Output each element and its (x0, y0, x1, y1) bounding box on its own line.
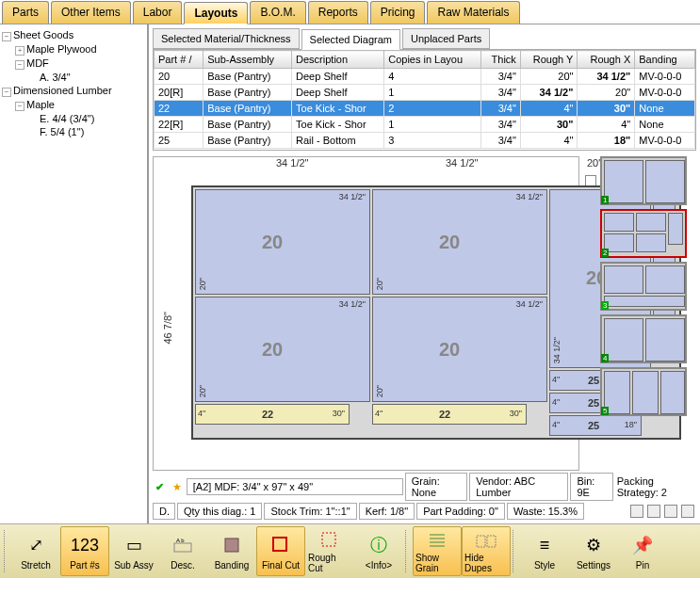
qty-info: Qty this diag.: 1 (177, 503, 262, 520)
favorite-icon[interactable]: ★ (170, 478, 185, 495)
style-icon: ≡ (531, 532, 558, 558)
bottom-toolbar: ⤢Stretch 123Part #s ▭Sub Assy A bDesc. B… (0, 523, 700, 578)
parts-grid[interactable]: Part # /Sub-AssemblyDescription Copies i… (153, 49, 696, 151)
banding-button[interactable]: Banding (207, 526, 256, 576)
final-cut-button[interactable]: Final Cut (256, 526, 305, 576)
roughcut-icon (317, 529, 343, 551)
tree-dim-lumber[interactable]: −Dimensioned Lumber (2, 84, 145, 98)
subassy-icon: ▭ (121, 532, 147, 558)
svg-text:A b: A b (176, 538, 185, 543)
thumb-4[interactable]: 4 (585, 314, 696, 363)
tab-raw-materials[interactable]: Raw Materials (427, 1, 519, 24)
svg-rect-2 (225, 539, 238, 552)
info-button[interactable]: ⓘ<Info> (354, 526, 403, 576)
thumb-5[interactable]: 5 (585, 367, 696, 416)
pack-option-3[interactable] (664, 505, 677, 518)
pin-button[interactable]: 📌Pin (618, 526, 667, 576)
table-row[interactable]: 22[R]Base (Pantry)Toe Kick - Shor13/4"30… (155, 117, 695, 133)
tree-label: A. 3/4" (40, 72, 71, 83)
tab-pricing[interactable]: Pricing (370, 1, 426, 24)
info-icon: ⓘ (366, 532, 392, 558)
tab-parts[interactable]: Parts (2, 1, 49, 24)
part-22[interactable]: 4" 22 30" (195, 404, 350, 425)
stretch-icon: ⤢ (23, 532, 49, 558)
stock-trim-info: Stock Trim: 1"::1" (264, 503, 356, 520)
layout-diagram[interactable]: 34 1/2" 34 1/2" 20" 4" 46 7/8" 20 34 1/2… (153, 156, 579, 471)
pack-option-4[interactable] (681, 505, 694, 518)
table-row[interactable]: 22Base (Pantry)Toe Kick - Shor23/4"4"30"… (155, 101, 695, 117)
tab-bom[interactable]: B.O.M. (250, 1, 305, 24)
kerf-info: Kerf: 1/8" (359, 503, 415, 520)
svg-rect-3 (273, 538, 286, 551)
tree-maple[interactable]: −Maple (2, 98, 145, 112)
thumb-3[interactable]: 3 (585, 262, 696, 311)
finalcut-icon (268, 532, 294, 558)
tab-layouts[interactable]: Layouts (184, 2, 248, 24)
gear-icon: ⚙ (580, 532, 607, 558)
tree-label: F. 5/4 (1") (40, 126, 84, 137)
tree-maple-f[interactable]: F. 5/4 (1") (2, 125, 145, 138)
table-row[interactable]: 20Base (Pantry)Deep Shelf43/4"20"34 1/2"… (155, 69, 695, 85)
banding-icon (219, 532, 245, 558)
tab-selected-material[interactable]: Selected Material/Thickness (153, 28, 300, 49)
hide-dupes-button[interactable]: Hide Dupes (462, 526, 511, 576)
status-ok-icon: ✔ (153, 478, 168, 495)
tab-labor[interactable]: Labor (133, 1, 183, 24)
tree-label: Sheet Goods (13, 29, 73, 40)
material-tree: −Sheet Goods +Maple Plywood −MDF A. 3/4"… (0, 24, 149, 523)
style-button[interactable]: ≡Style (520, 526, 569, 576)
part-20[interactable]: 20 34 1/2" 20" (195, 297, 370, 402)
ruler-horizontal: 34 1/2" 34 1/2" 20" 4" (201, 157, 560, 180)
svg-rect-4 (322, 533, 335, 546)
tree-maple-e[interactable]: E. 4/4 (3/4") (2, 112, 145, 125)
tree-sheet-goods[interactable]: −Sheet Goods (2, 28, 145, 42)
grid-header[interactable]: Part # /Sub-AssemblyDescription Copies i… (155, 51, 695, 69)
part-25[interactable]: 4" 25 18" (549, 415, 642, 436)
sheet-info: [A2] MDF: 3/4" x 97" x 49" (187, 478, 403, 495)
tree-label: Maple Plywood (26, 43, 97, 55)
part-20[interactable]: 20 34 1/2" 20" (372, 297, 547, 402)
padding-info: Part Padding: 0" (416, 503, 505, 520)
part-20[interactable]: 20 34 1/2" 20" (372, 189, 547, 295)
tab-other-items[interactable]: Other Items (51, 1, 131, 24)
ruler-vertical: 46 7/8" (154, 195, 182, 460)
thumb-2[interactable]: 2 (585, 209, 696, 258)
part-numbers-button[interactable]: 123Part #s (60, 526, 109, 576)
grain-icon (424, 529, 450, 551)
tree-mdf-a[interactable]: A. 3/4" (2, 71, 145, 84)
stretch-button[interactable]: ⤢Stretch (11, 526, 60, 576)
detail-tabs: Selected Material/Thickness Selected Dia… (149, 24, 700, 49)
tab-reports[interactable]: Reports (308, 1, 368, 24)
desc-button[interactable]: A bDesc. (158, 526, 207, 576)
table-row[interactable]: 20[R]Base (Pantry)Deep Shelf13/4"34 1/2"… (155, 85, 695, 101)
pin-icon: 📌 (629, 532, 656, 558)
rough-cut-button[interactable]: Rough Cut (305, 526, 354, 576)
tab-unplaced-parts[interactable]: Unplaced Parts (402, 28, 490, 49)
info-bars: ✔ ★ [A2] MDF: 3/4" x 97" x 49" Grain: No… (149, 471, 700, 523)
desc-icon: A b (170, 532, 196, 558)
tree-mdf[interactable]: −MDF (2, 56, 145, 71)
tree-maple-plywood[interactable]: +Maple Plywood (2, 42, 145, 56)
bin-info: Bin: 9E (570, 473, 612, 501)
part-22[interactable]: 4" 22 30" (372, 404, 527, 425)
part-20[interactable]: 20 34 1/2" 20" (195, 189, 370, 295)
pack-option-1[interactable] (630, 505, 643, 518)
svg-rect-0 (174, 543, 191, 552)
show-grain-button[interactable]: Show Grain (413, 526, 462, 576)
settings-button[interactable]: ⚙Settings (569, 526, 618, 576)
tree-label: Maple (26, 99, 55, 110)
grain-info: Grain: None (405, 473, 467, 501)
tab-selected-diagram[interactable]: Selected Diagram (301, 29, 400, 50)
table-row[interactable]: 25Base (Pantry)Rail - Bottom33/4"4"18"MV… (155, 133, 695, 149)
sub-assy-button[interactable]: ▭Sub Assy (109, 526, 158, 576)
dupes-icon (473, 529, 499, 551)
pack-option-2[interactable] (647, 505, 660, 518)
svg-rect-10 (487, 536, 496, 547)
tree-label: Dimensioned Lumber (13, 85, 112, 96)
thumb-1[interactable]: 1 (585, 156, 696, 205)
tree-label: E. 4/4 (3/4") (40, 113, 94, 124)
svg-rect-9 (477, 536, 485, 547)
tree-label: MDF (26, 57, 49, 69)
main-tabs: Parts Other Items Labor Layouts B.O.M. R… (0, 0, 700, 24)
d-button[interactable]: D. (153, 503, 175, 520)
